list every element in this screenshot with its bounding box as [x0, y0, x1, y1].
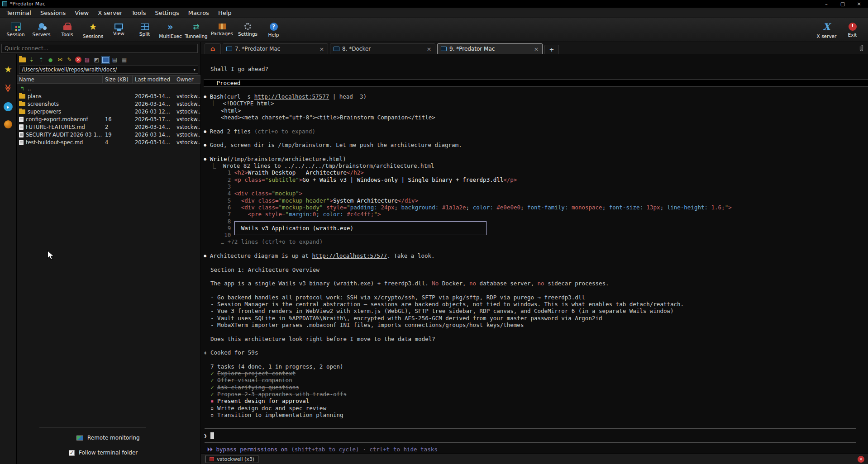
toolbar-settings-button[interactable]: Settings: [235, 19, 261, 41]
terminal-text: </p>: [503, 176, 517, 183]
terminal-text: <head><meta charset="utf-8"><title>Brain…: [204, 114, 435, 121]
file-browser-toolbar: ⇣⇡●✉✎×▨◩▤▦: [17, 54, 200, 65]
clean-icon[interactable]: ▨: [83, 56, 91, 63]
terminal-text: >: [299, 190, 303, 197]
new-tab-button[interactable]: +: [544, 45, 559, 54]
terminal-line: [204, 356, 868, 363]
terminal-line: ⎿ <!DOCTYPE html>: [204, 100, 868, 107]
toolbar-servers-button[interactable]: Servers: [29, 19, 54, 41]
favorites-star-icon[interactable]: ★: [3, 64, 13, 74]
remote-monitoring-link[interactable]: Remote monitoring: [17, 433, 200, 443]
session-terminal-icon: [210, 457, 214, 461]
panel-icon[interactable]: [102, 57, 109, 63]
proceed-option[interactable]: Proceed: [204, 80, 868, 86]
toolbar-label: Exit: [848, 32, 857, 38]
tools-icon[interactable]: ◩: [93, 56, 100, 63]
status-dot-icon[interactable]: [4, 120, 12, 128]
file-name-cell: test-buildout-spec.md: [17, 139, 103, 146]
file-icon: [19, 117, 24, 122]
tab-close-icon[interactable]: [426, 46, 432, 52]
file-owner: vstockw...: [174, 139, 200, 146]
file-row[interactable]: config-export.mobaconf162026-03-17...vst…: [17, 115, 200, 123]
home-icon: [210, 45, 215, 53]
column-header-last-modified[interactable]: Last modified: [133, 76, 174, 83]
session-taskbar-button[interactable]: vstockwell (x3): [205, 455, 258, 463]
minimize-icon[interactable]: [820, 0, 833, 8]
terminal-text: <h2>: [234, 169, 248, 176]
toolbar-session-button[interactable]: Session: [3, 19, 29, 41]
file-row[interactable]: SECURITY-AUDIT-2026-03-1...192026-03-14.…: [17, 131, 200, 138]
menu-view[interactable]: View: [70, 9, 93, 17]
tab-8-docker[interactable]: 8. *Docker: [330, 43, 435, 54]
menu-sessions[interactable]: Sessions: [36, 9, 70, 17]
tab-close-icon[interactable]: [534, 46, 539, 52]
scroll-icon[interactable]: ≫: [3, 83, 13, 93]
file-row[interactable]: screenshots2026-03-14...vstockw...: [17, 100, 200, 108]
column-header-name[interactable]: Name: [17, 76, 103, 83]
menu-help[interactable]: Help: [214, 9, 236, 17]
attachments-icon[interactable]: [858, 45, 864, 52]
column-header-owner[interactable]: Owner: [174, 76, 200, 83]
toolbar-tunneling-button[interactable]: ⇄Tunneling: [183, 19, 209, 41]
menu-tools[interactable]: Tools: [127, 9, 150, 17]
tab-9-predator-mac[interactable]: 9. *Predator Mac: [437, 43, 543, 54]
terminal-link[interactable]: http://localhost:57577: [254, 93, 329, 100]
maximize-icon[interactable]: [836, 0, 849, 8]
sync-icon[interactable]: ●: [47, 56, 54, 63]
terminal-line: ⏵⏵ bypass permissions on (shift+tab to c…: [204, 446, 868, 453]
pin-icon[interactable]: ▤: [111, 56, 119, 63]
help-icon: ?: [270, 23, 278, 31]
send-icon[interactable]: ▸: [3, 101, 14, 112]
terminal-line: [204, 246, 868, 252]
column-header-size-kb[interactable]: Size (KB): [103, 76, 133, 83]
toolbar-packages-button[interactable]: Packages: [209, 19, 235, 41]
edit-icon[interactable]: ✎: [66, 56, 73, 63]
toolbar-x-server-button[interactable]: XX server: [814, 19, 839, 41]
toolbar-view-button[interactable]: View: [106, 19, 132, 41]
file-row[interactable]: superpowers2026-03-12...vstockw...: [17, 108, 200, 115]
chevron-down-icon[interactable]: [193, 67, 196, 72]
terminal-line: 1 <h2>Wraith Desktop — Architecture</h2>: [204, 169, 868, 176]
toolbar-help-button[interactable]: ?Help: [261, 19, 286, 41]
menu-settings[interactable]: Settings: [150, 9, 183, 17]
toolbar-tools-button[interactable]: Tools: [54, 19, 80, 41]
toolbar-sessions-button[interactable]: ★Sessions: [80, 19, 106, 41]
toolbar-multiexec-button[interactable]: »MultiExec: [157, 19, 183, 41]
tab-close-icon[interactable]: [319, 46, 324, 52]
kill-session-icon[interactable]: [858, 456, 864, 463]
follow-terminal-folder-checkbox[interactable]: [69, 450, 75, 456]
terminal-text: >: [329, 197, 333, 204]
toolbar-split-button[interactable]: Split: [132, 19, 157, 41]
terminal-cursor: [210, 432, 214, 439]
terminal-text: - Session Manager is the central abstrac…: [204, 301, 684, 308]
terminal-text: ": [347, 204, 350, 211]
file-row[interactable]: ↰..: [17, 85, 200, 92]
quick-connect-input[interactable]: [1, 44, 198, 53]
file-row[interactable]: plans2026-03-14...vstockw...: [17, 92, 200, 100]
upload-icon[interactable]: ⇡: [37, 56, 45, 63]
new-folder-icon[interactable]: [19, 57, 26, 62]
file-size: 16: [103, 116, 133, 123]
stop-icon[interactable]: ×: [75, 57, 81, 63]
download-icon[interactable]: ⇣: [28, 56, 35, 63]
grid-icon[interactable]: ▦: [120, 56, 128, 63]
tab-7-predator-mac[interactable]: 7. *Predator Mac: [223, 43, 328, 54]
menu-terminal[interactable]: Terminal: [2, 9, 36, 17]
tab-home[interactable]: [205, 43, 221, 54]
file-owner: vstockw...: [174, 101, 200, 107]
terminal-prompt[interactable]: ❯: [204, 432, 868, 439]
mail-icon[interactable]: ✉: [56, 56, 64, 63]
close-icon[interactable]: [852, 0, 866, 8]
menu-macros[interactable]: Macros: [184, 9, 214, 17]
terminal-link[interactable]: http://localhost:57577: [312, 252, 387, 259]
terminal-text: 1: [204, 169, 234, 176]
file-row[interactable]: FUTURE-FEATURES.md22026-03-14...vstockw.…: [17, 123, 200, 131]
menu-x-server[interactable]: X server: [93, 9, 127, 17]
terminal[interactable]: Shall I go ahead? Proceed ⏺ Bash(curl -s…: [201, 54, 868, 454]
file-row[interactable]: test-buildout-spec.md42026-03-14...vstoc…: [17, 138, 200, 146]
main-toolbar: SessionServersTools★SessionsViewSplit»Mu…: [0, 18, 868, 42]
terminal-line: 10: [204, 232, 868, 238]
file-name-cell: screenshots: [17, 101, 103, 107]
path-dropdown[interactable]: /Users/vstockwell/repos/wraith/docs/: [19, 66, 198, 74]
toolbar-exit-button[interactable]: Exit: [839, 19, 865, 41]
